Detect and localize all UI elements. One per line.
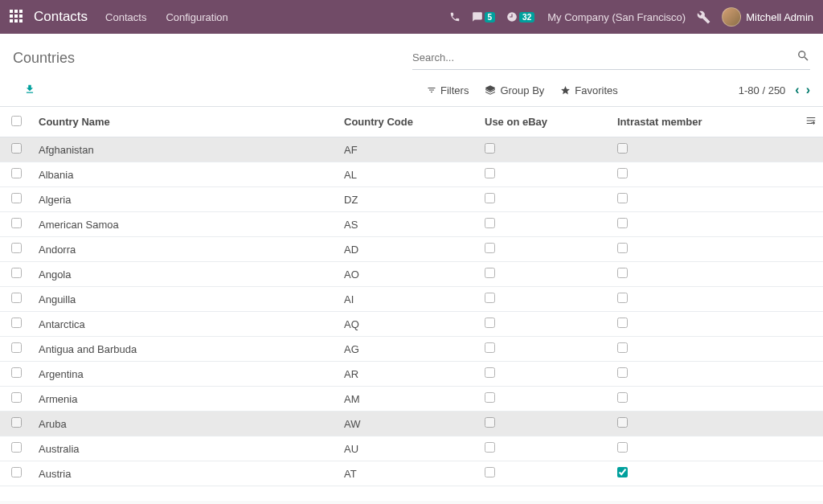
cell-ebay-checkbox[interactable] [485,193,495,203]
cell-country-name: Afghanistan [32,137,338,162]
pager-prev[interactable]: ‹ [795,83,799,97]
cell-intrastat-checkbox[interactable] [617,367,628,378]
filters-button[interactable]: Filters [427,84,469,96]
cell-intrastat-checkbox[interactable] [617,442,628,453]
cell-ebay-checkbox[interactable] [485,243,495,253]
cell-intrastat-checkbox[interactable] [617,342,628,353]
apps-icon[interactable] [10,10,24,24]
cell-intrastat-checkbox[interactable] [617,467,628,477]
cell-country-name: Aruba [32,412,338,436]
cell-intrastat-checkbox[interactable] [617,168,628,178]
search-box[interactable] [412,46,810,70]
groupby-button[interactable]: Group By [485,84,544,96]
cell-intrastat-checkbox[interactable] [617,293,628,303]
cell-ebay-checkbox[interactable] [485,143,495,154]
cell-ebay-checkbox[interactable] [485,417,495,428]
table-row[interactable]: AfghanistanAF [0,137,823,162]
cell-country-code: AL [338,162,478,187]
row-checkbox[interactable] [11,318,22,328]
cell-intrastat-checkbox[interactable] [617,218,628,228]
messages-icon[interactable]: 5 [472,11,496,23]
cell-intrastat-checkbox[interactable] [617,193,628,203]
pager-next[interactable]: › [806,83,810,97]
table-row[interactable]: AngolaAO [0,262,823,287]
cell-country-name: Argentina [32,362,338,387]
cell-ebay-checkbox[interactable] [485,367,495,378]
table-row[interactable]: ArmeniaAM [0,387,823,412]
cell-intrastat-checkbox[interactable] [617,392,628,403]
table-row[interactable]: American SamoaAS [0,212,823,237]
cell-ebay-checkbox[interactable] [485,467,495,477]
app-brand[interactable]: Contacts [34,9,88,25]
cell-country-code: AG [338,337,478,362]
cell-intrastat-checkbox[interactable] [617,318,628,328]
user-menu[interactable]: Mitchell Admin [722,7,813,27]
phone-icon[interactable] [449,11,461,23]
row-checkbox[interactable] [11,193,22,203]
favorites-button[interactable]: Favorites [560,84,617,96]
cell-intrastat-checkbox[interactable] [617,143,628,154]
cell-country-code: AS [338,212,478,237]
search-icon[interactable] [796,49,810,66]
row-checkbox[interactable] [11,268,22,278]
row-checkbox[interactable] [11,243,22,253]
table-row[interactable]: Antigua and BarbudaAG [0,337,823,362]
search-input[interactable] [412,51,796,64]
cell-intrastat-checkbox[interactable] [617,268,628,278]
col-options-icon[interactable] [796,107,823,137]
table-row[interactable]: AnguillaAI [0,287,823,312]
nav-contacts[interactable]: Contacts [105,11,146,23]
row-checkbox[interactable] [11,392,22,403]
debug-icon[interactable] [697,10,710,24]
nav-configuration[interactable]: Configuration [166,11,227,23]
table-row[interactable]: AndorraAD [0,237,823,262]
cell-country-code: AW [338,412,478,436]
table-row[interactable]: AustraliaAU [0,436,823,461]
cell-country-name: Armenia [32,387,338,412]
col-country-name[interactable]: Country Name [32,107,338,137]
cell-country-name: Algeria [32,187,338,212]
row-checkbox[interactable] [11,367,22,378]
row-checkbox[interactable] [11,342,22,353]
page-title: Countries [13,50,75,67]
company-selector[interactable]: My Company (San Francisco) [547,11,686,23]
row-checkbox[interactable] [11,442,22,453]
row-checkbox[interactable] [11,417,22,428]
table-row[interactable]: AntarcticaAQ [0,312,823,337]
table-row[interactable]: AlbaniaAL [0,162,823,187]
table-row[interactable]: AustriaAT [0,461,823,486]
cell-intrastat-checkbox[interactable] [617,243,628,253]
col-intrastat[interactable]: Intrastat member [611,107,796,137]
cell-country-code: AO [338,262,478,287]
row-checkbox[interactable] [11,168,22,178]
cell-ebay-checkbox[interactable] [485,392,495,403]
table-row[interactable]: ArgentinaAR [0,362,823,387]
table-row[interactable]: AlgeriaDZ [0,187,823,212]
row-checkbox[interactable] [11,293,22,303]
cell-ebay-checkbox[interactable] [485,442,495,453]
cell-ebay-checkbox[interactable] [485,342,495,353]
pager-range[interactable]: 1-80 / 250 [739,84,786,96]
cell-ebay-checkbox[interactable] [485,218,495,228]
cell-ebay-checkbox[interactable] [485,318,495,328]
cell-intrastat-checkbox[interactable] [617,417,628,428]
messages-badge: 5 [485,12,496,23]
table-row[interactable]: ArubaAW [0,412,823,436]
activities-icon[interactable]: 32 [506,11,534,23]
cell-country-code: AU [338,436,478,461]
cell-country-name: Angola [32,262,338,287]
table-scroll-area[interactable]: Country Name Country Code Use on eBay In… [0,107,823,501]
cell-country-code: AI [338,287,478,312]
select-all-checkbox[interactable] [11,116,22,126]
col-use-on-ebay[interactable]: Use on eBay [478,107,611,137]
cell-ebay-checkbox[interactable] [485,268,495,278]
cell-country-name: Austria [32,461,338,486]
cell-country-name: Antarctica [32,312,338,337]
cell-ebay-checkbox[interactable] [485,168,495,178]
cell-ebay-checkbox[interactable] [485,293,495,303]
row-checkbox[interactable] [11,143,22,154]
row-checkbox[interactable] [11,467,22,477]
row-checkbox[interactable] [11,218,22,228]
col-country-code[interactable]: Country Code [338,107,478,137]
export-icon[interactable] [24,84,35,97]
